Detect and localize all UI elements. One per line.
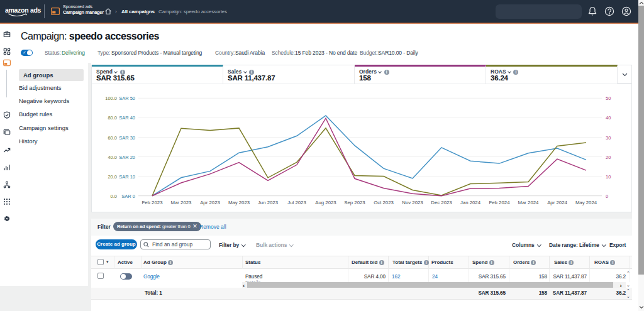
- svg-text:Feb 2024: Feb 2024: [489, 200, 511, 205]
- svg-text:SAR 10: SAR 10: [119, 174, 135, 180]
- svg-text:10: 10: [606, 174, 611, 180]
- svg-text:SAR 50: SAR 50: [119, 95, 135, 101]
- svg-text:Dec 2023: Dec 2023: [431, 200, 452, 205]
- svg-text:SAR 40: SAR 40: [119, 115, 135, 121]
- svg-text:40.0: 40.0: [108, 155, 117, 160]
- svg-text:Feb 2023: Feb 2023: [142, 200, 163, 205]
- svg-text:Jun 2023: Jun 2023: [258, 200, 278, 205]
- svg-text:40: 40: [606, 115, 611, 121]
- svg-text:50: 50: [606, 95, 611, 101]
- svg-text:SAR 30: SAR 30: [119, 135, 135, 141]
- svg-text:80.0: 80.0: [108, 115, 117, 121]
- svg-text:Mar 2023: Mar 2023: [171, 200, 192, 205]
- svg-text:May 2023: May 2023: [228, 200, 250, 205]
- svg-text:100.0: 100.0: [105, 95, 117, 101]
- svg-text:Oct 2023: Oct 2023: [374, 200, 394, 205]
- svg-text:May 2024: May 2024: [575, 200, 597, 205]
- svg-text:30: 30: [606, 135, 611, 141]
- svg-text:Aug 2023: Aug 2023: [315, 200, 336, 205]
- svg-text:20.0: 20.0: [108, 174, 117, 180]
- svg-text:Apr 2023: Apr 2023: [200, 200, 220, 205]
- svg-text:Nov 2023: Nov 2023: [402, 200, 423, 205]
- svg-text:0.0: 0.0: [111, 194, 117, 199]
- svg-text:0: 0: [606, 194, 608, 199]
- svg-text:SAR 0: SAR 0: [121, 194, 135, 199]
- svg-text:Jul 2023: Jul 2023: [287, 200, 306, 205]
- svg-text:Mar 2024: Mar 2024: [518, 200, 540, 205]
- svg-text:Jan 2024: Jan 2024: [460, 200, 481, 205]
- svg-text:Apr 2024: Apr 2024: [547, 200, 567, 205]
- svg-text:20: 20: [606, 155, 611, 160]
- svg-text:60.0: 60.0: [108, 135, 117, 141]
- svg-text:Sep 2023: Sep 2023: [344, 200, 365, 205]
- svg-text:SAR 20: SAR 20: [119, 155, 135, 160]
